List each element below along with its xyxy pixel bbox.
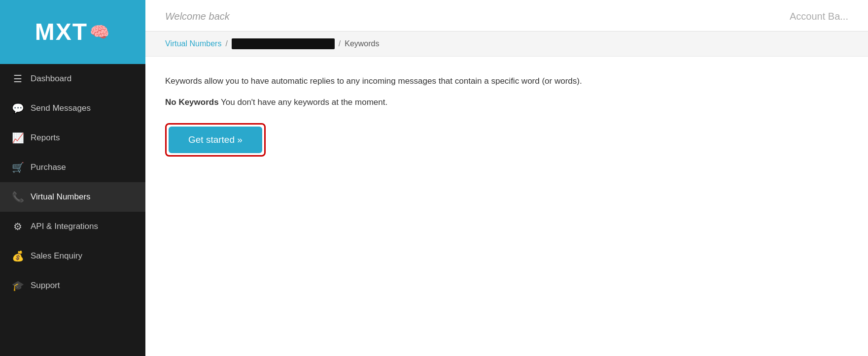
reports-icon: 📈	[12, 132, 24, 144]
support-icon: 🎓	[12, 280, 24, 291]
account-balance: Account Ba...	[790, 11, 848, 22]
breadcrumb: Virtual Numbers / / Keywords	[145, 32, 868, 57]
sidebar-item-virtual-numbers[interactable]: 📞 Virtual Numbers	[0, 182, 145, 212]
main-content: Welcome back Account Ba... Virtual Numbe…	[145, 0, 868, 356]
sidebar-item-label: Dashboard	[31, 74, 71, 84]
sidebar-item-support[interactable]: 🎓 Support	[0, 271, 145, 300]
sidebar-item-label: Virtual Numbers	[31, 192, 91, 202]
breadcrumb-separator-2: /	[339, 39, 341, 48]
no-keywords-message: No Keywords You don't have any keywords …	[165, 97, 848, 107]
purchase-icon: 🛒	[12, 162, 24, 173]
breadcrumb-current-page: Keywords	[345, 39, 379, 48]
sidebar-item-label: Purchase	[31, 162, 66, 172]
sidebar-item-sales-enquiry[interactable]: 💰 Sales Enquiry	[0, 241, 145, 271]
page-header: Welcome back Account Ba...	[145, 0, 868, 32]
get-started-highlight: Get started »	[165, 123, 266, 157]
sidebar-item-label: Reports	[31, 133, 60, 143]
logo: MXT🧠	[35, 20, 110, 44]
sidebar-item-purchase[interactable]: 🛒 Purchase	[0, 153, 145, 182]
breadcrumb-separator: /	[225, 39, 227, 48]
virtual-numbers-icon: 📞	[12, 191, 24, 203]
sidebar-item-reports[interactable]: 📈 Reports	[0, 123, 145, 153]
sidebar: MXT🧠 ☰ Dashboard 💬 Send Messages 📈 Repor…	[0, 0, 145, 356]
sidebar-item-label: Support	[31, 281, 60, 291]
no-keywords-bold: No Keywords	[165, 97, 219, 107]
logo-mxt: MXT	[35, 20, 88, 44]
sidebar-item-label: Send Messages	[31, 103, 91, 113]
breadcrumb-virtual-numbers-link[interactable]: Virtual Numbers	[165, 39, 221, 48]
no-keywords-detail: You don't have any keywords at the momen…	[219, 97, 388, 107]
sidebar-item-dashboard[interactable]: ☰ Dashboard	[0, 64, 145, 94]
sidebar-item-send-messages[interactable]: 💬 Send Messages	[0, 94, 145, 123]
welcome-text: Welcome back	[165, 11, 230, 22]
logo-brain-icon: 🧠	[90, 24, 110, 40]
sidebar-nav: ☰ Dashboard 💬 Send Messages 📈 Reports 🛒 …	[0, 64, 145, 356]
get-started-button[interactable]: Get started »	[169, 127, 262, 153]
keywords-description: Keywords allow you to have automatic rep…	[165, 74, 848, 88]
sidebar-logo: MXT🧠	[0, 0, 145, 64]
send-messages-icon: 💬	[12, 102, 24, 114]
sales-enquiry-icon: 💰	[12, 250, 24, 262]
dashboard-icon: ☰	[12, 73, 24, 85]
sidebar-item-label: Sales Enquiry	[31, 251, 82, 261]
page-content: Keywords allow you to have automatic rep…	[145, 57, 868, 174]
api-integrations-icon: ⚙	[12, 221, 24, 232]
sidebar-item-label: API & Integrations	[31, 222, 98, 231]
breadcrumb-redacted-segment	[232, 38, 335, 49]
sidebar-item-api-integrations[interactable]: ⚙ API & Integrations	[0, 212, 145, 241]
